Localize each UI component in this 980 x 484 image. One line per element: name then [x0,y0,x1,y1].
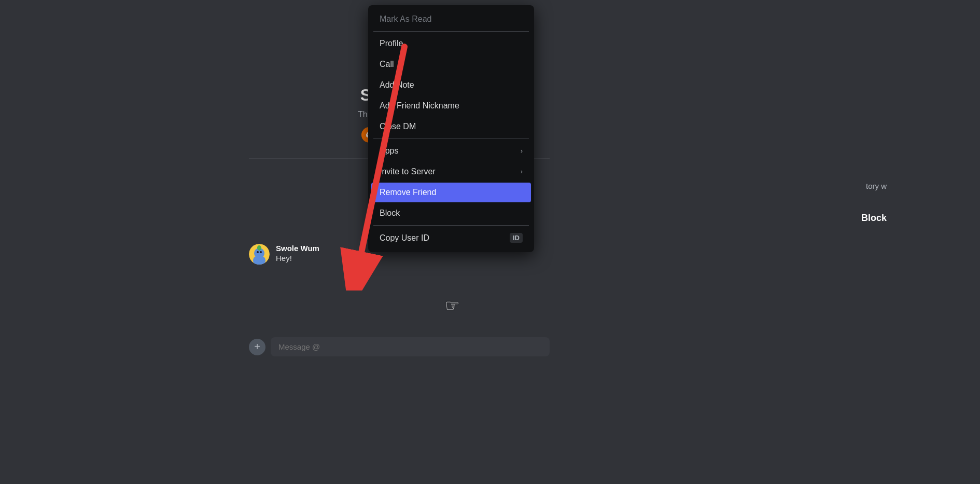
context-menu-copy-user-id[interactable]: Copy User ID ID [371,228,531,248]
context-menu-invite-to-server[interactable]: Invite to Server › [371,162,531,182]
context-menu-remove-friend[interactable]: Remove Friend [371,183,531,202]
message-input-area: + [239,332,560,362]
message-input[interactable] [271,337,550,356]
svg-point-13 [257,251,259,253]
message-avatar [249,244,270,265]
context-menu-divider-2 [373,139,529,139]
context-menu-close-dm[interactable]: Close DM [371,117,531,136]
context-menu-add-note[interactable]: Add Note [371,75,531,95]
context-menu-divider-1 [373,31,529,32]
add-attachment-button[interactable]: + [249,339,265,355]
apps-chevron-icon: › [521,147,523,155]
block-label: Block [861,213,887,224]
context-menu-apps[interactable]: Apps › [371,141,531,161]
context-menu-block[interactable]: Block [371,203,531,223]
context-menu-mark-as-read[interactable]: Mark As Read [371,9,531,29]
context-menu-profile[interactable]: Profile [371,34,531,53]
context-menu-add-friend-nickname[interactable]: Add Friend Nickname [371,96,531,116]
context-menu: Mark As Read Profile Call Add Note Add F… [368,5,534,252]
history-text: tory w [866,182,887,190]
copy-id-badge: ID [510,233,523,243]
svg-point-14 [260,251,262,253]
message-text: Hey! [276,254,550,262]
context-menu-divider-3 [373,225,529,226]
context-menu-call[interactable]: Call [371,54,531,74]
invite-chevron-icon: › [521,168,523,175]
